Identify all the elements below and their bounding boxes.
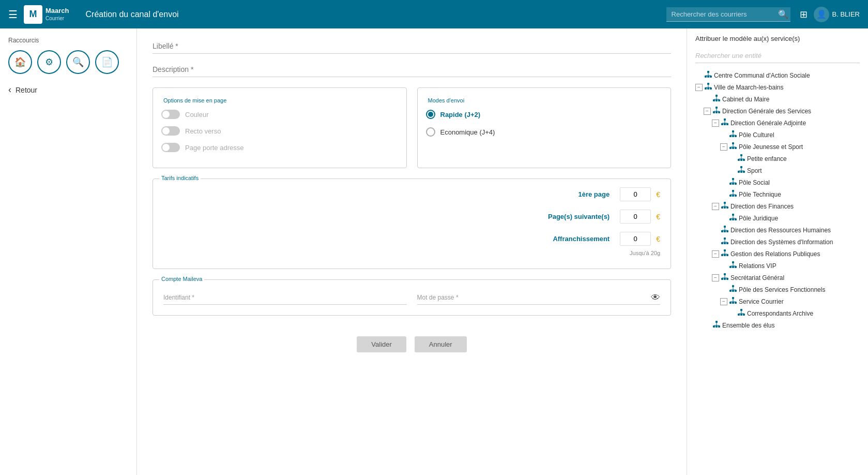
tree-item[interactable]: −Direction Générale Adjointe — [695, 117, 860, 129]
tree-item[interactable]: −Direction des Finances — [695, 200, 860, 212]
password-toggle-icon[interactable]: 👁 — [651, 292, 660, 303]
tree-item[interactable]: Centre Communal d'Action Sociale — [695, 69, 860, 81]
search-shortcut[interactable]: 🔍 — [66, 50, 90, 74]
tree-item[interactable]: −Ville de Maarch-les-bains — [695, 81, 860, 93]
tree-item[interactable]: Pôle Technique — [695, 188, 860, 200]
tree-item[interactable]: Pôle Social — [695, 176, 860, 188]
form-buttons: Valider Annuler — [153, 326, 671, 363]
svg-rect-87 — [726, 242, 728, 244]
back-arrow-icon: ‹ — [8, 84, 11, 95]
tree-item[interactable]: Correspondants Archive — [695, 307, 860, 319]
tree-toggle[interactable]: − — [704, 108, 711, 115]
logo-icon: M — [24, 5, 42, 24]
tree-item[interactable]: Pôle des Services Fonctionnels — [695, 284, 860, 295]
tree-toggle[interactable]: − — [712, 274, 719, 281]
svg-rect-19 — [713, 111, 715, 113]
tree-toggle[interactable]: − — [720, 143, 727, 151]
tree-label: Sport — [747, 167, 762, 174]
tree-label: Relations VIP — [739, 262, 776, 270]
tree-label: Secrétariat Général — [730, 274, 784, 281]
tree-toggle[interactable]: − — [712, 250, 719, 258]
tree-item[interactable]: −Gestion des Relations Publiques — [695, 248, 860, 260]
tree-item[interactable]: Pôle Culturel — [695, 129, 860, 141]
svg-rect-24 — [724, 118, 726, 121]
settings-shortcut[interactable]: ⚙ — [37, 50, 61, 74]
mode-rapide-row: Rapide (J+2) — [426, 110, 663, 119]
svg-rect-116 — [732, 302, 734, 304]
add-shortcut[interactable]: 📄 — [95, 50, 119, 74]
tree-toggle[interactable]: − — [720, 298, 727, 305]
tree-item[interactable]: Relations VIP — [695, 260, 860, 272]
grid-icon[interactable]: ⊞ — [800, 9, 808, 20]
svg-rect-114 — [732, 297, 734, 299]
tree-item[interactable]: −Secrétariat Général — [695, 272, 860, 284]
org-icon — [729, 214, 737, 222]
home-shortcut[interactable]: 🏠 — [8, 50, 32, 74]
sidebar-shortcut-icons: 🏠 ⚙ 🔍 📄 — [8, 50, 128, 74]
mode-rapide-radio[interactable] — [426, 110, 435, 119]
tree-item[interactable]: −Pôle Jeunesse et Sport — [695, 141, 860, 153]
org-icon — [705, 83, 712, 92]
org-icon — [729, 130, 737, 139]
entity-tree: Centre Communal d'Action Sociale−Ville d… — [695, 69, 860, 331]
tree-item[interactable]: Pôle Juridique — [695, 212, 860, 224]
recto-toggle[interactable] — [161, 126, 180, 136]
tree-item[interactable]: Cabinet du Maire — [695, 93, 860, 105]
tree-item[interactable]: −Service Courrier — [695, 295, 860, 307]
mode-economique-radio[interactable] — [426, 127, 435, 137]
tree-label: Direction Générale Adjointe — [730, 120, 806, 127]
hamburger-icon[interactable]: ☰ — [8, 8, 18, 21]
svg-rect-97 — [729, 266, 732, 268]
svg-rect-49 — [738, 171, 740, 173]
svg-rect-122 — [740, 314, 742, 316]
libelle-input[interactable] — [153, 39, 671, 54]
annuler-button[interactable]: Annuler — [415, 336, 467, 352]
header-icons: ⊞ — [800, 9, 808, 20]
description-input[interactable] — [153, 62, 671, 77]
svg-rect-75 — [735, 218, 737, 220]
tree-item[interactable]: Petite enfance — [695, 153, 860, 165]
tarif-note: Jusqu'à 20g — [163, 250, 660, 256]
svg-rect-69 — [726, 206, 728, 209]
tarif-1ere-input[interactable] — [620, 187, 651, 201]
svg-rect-104 — [724, 278, 726, 280]
tree-toggle[interactable]: − — [712, 120, 719, 127]
identifiant-field — [163, 290, 407, 305]
svg-rect-123 — [743, 314, 745, 316]
identifiant-input[interactable] — [163, 290, 407, 305]
recto-toggle-row: Recto verso — [161, 126, 398, 136]
tree-toggle[interactable]: − — [695, 84, 703, 91]
tree-label: Correspondants Archive — [747, 310, 813, 317]
svg-rect-68 — [724, 206, 726, 209]
tarif-suivantes-row: Page(s) suivante(s) € — [163, 210, 660, 224]
tree-item[interactable]: Sport — [695, 165, 860, 176]
valider-button[interactable]: Valider — [357, 336, 406, 352]
back-label: Retour — [16, 86, 37, 94]
search-icon[interactable]: 🔍 — [778, 9, 788, 19]
svg-rect-79 — [721, 230, 723, 232]
tree-item[interactable]: Ensemble des élus — [695, 319, 860, 331]
tree-label: Pôle Culturel — [739, 131, 774, 139]
entity-search-input[interactable] — [695, 49, 860, 63]
tree-toggle[interactable]: − — [712, 203, 719, 210]
tree-item[interactable]: Direction des Ressources Humaines — [695, 224, 860, 236]
tarif-affranch-input[interactable] — [620, 232, 651, 246]
tree-label: Cabinet du Maire — [722, 96, 769, 103]
logo-name: Maarch — [45, 7, 69, 16]
user-menu[interactable]: 👤 B. BLIER — [814, 7, 860, 22]
svg-rect-127 — [713, 325, 715, 328]
color-toggle[interactable] — [161, 110, 180, 119]
back-button[interactable]: ‹ Retour — [8, 84, 128, 95]
tree-item[interactable]: Direction des Systèmes d'Information — [695, 236, 860, 248]
tree-label: Pôle Social — [739, 179, 770, 186]
page-porte-toggle[interactable] — [161, 143, 180, 152]
color-label: Couleur — [185, 111, 209, 118]
motdepasse-input[interactable] — [417, 290, 661, 305]
svg-rect-126 — [715, 321, 718, 323]
raccourcis-label: Raccourcis — [8, 37, 128, 44]
svg-rect-62 — [732, 195, 734, 197]
svg-rect-81 — [726, 230, 728, 232]
tree-item[interactable]: −Direction Générale des Services — [695, 105, 860, 117]
tarif-suivantes-input[interactable] — [620, 210, 651, 224]
global-search-input[interactable] — [666, 7, 790, 22]
